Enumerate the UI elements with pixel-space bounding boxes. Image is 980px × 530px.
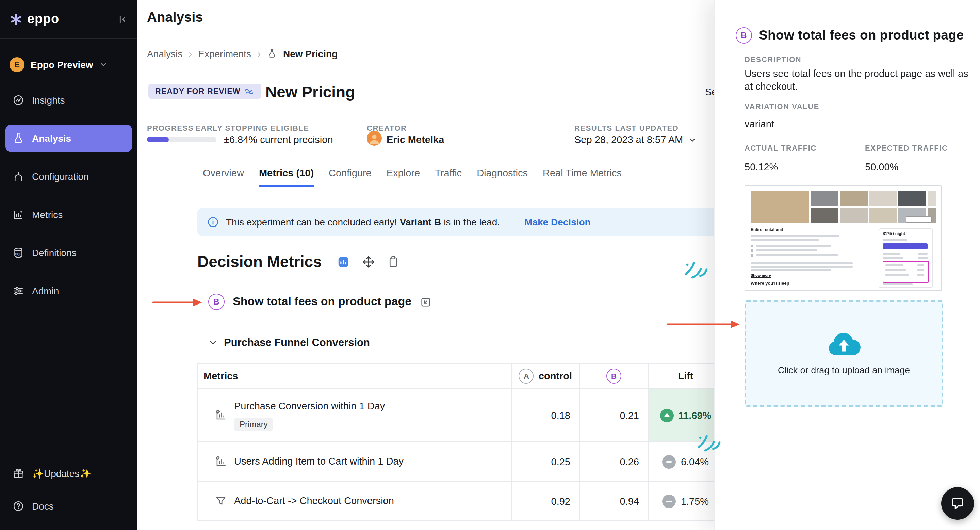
sidebar-item-metrics[interactable]: Metrics — [5, 201, 132, 228]
sidebar-nav: Insights Analysis Configuration Metrics … — [0, 80, 137, 305]
metric-name: Users Adding Item to Cart within 1 Day — [234, 455, 404, 468]
metric-chart-icon — [215, 409, 227, 422]
sidebar-item-label: Docs — [32, 501, 54, 512]
funnel-section-header[interactable]: Purchase Funnel Conversion — [208, 337, 370, 349]
lift-cell: 1.75% — [648, 482, 723, 520]
lift-up-icon — [660, 409, 674, 422]
variation-screenshot[interactable]: Entire rental unit Show more Where you'l… — [745, 185, 942, 291]
sidebar-item-admin[interactable]: Admin — [5, 277, 132, 305]
sidebar-item-insights[interactable]: Insights — [5, 86, 132, 114]
thumb-bar — [885, 274, 908, 276]
results-updated-value: Sep 28, 2023 at 8:57 AM — [574, 133, 683, 147]
thumb-bar — [918, 253, 928, 254]
variant-detail-panel: B Show total fees on product page DESCRI… — [714, 0, 980, 530]
description-label: DESCRIPTION — [745, 55, 801, 64]
breadcrumb: Analysis › Experiments › New Pricing — [147, 48, 337, 59]
variant-value: 0.26 — [579, 442, 648, 481]
tab-metrics[interactable]: Metrics (10) — [259, 168, 314, 187]
breadcrumb-analysis[interactable]: Analysis — [147, 48, 182, 59]
sidebar-item-docs[interactable]: Docs — [5, 493, 132, 520]
thumb-bar — [751, 266, 853, 268]
creator-avatar — [367, 131, 382, 146]
clipboard-icon[interactable] — [387, 255, 399, 268]
progress-label: PROGRESS — [147, 124, 194, 133]
decision-metrics-toolbar — [337, 255, 399, 268]
thumb-photo — [928, 192, 936, 206]
eppo-logo-icon — [10, 13, 22, 26]
chevron-down-icon — [688, 135, 697, 144]
chart-view-icon[interactable] — [337, 255, 350, 268]
control-value: 0.18 — [511, 389, 579, 441]
workspace-name: Eppo Preview — [30, 59, 93, 70]
results-updated-control[interactable]: Sep 28, 2023 at 8:57 AM — [574, 133, 697, 147]
thumb-bar — [756, 249, 817, 251]
svg-text:SQL: SQL — [15, 252, 22, 256]
tab-diagnostics[interactable]: Diagnostics — [477, 168, 528, 187]
sidebar-item-label: Configuration — [32, 171, 89, 182]
thumb-bar — [756, 254, 838, 256]
lift-flat-icon — [662, 494, 676, 508]
tab-configure[interactable]: Configure — [329, 168, 372, 187]
lift-value: 6.04% — [681, 456, 709, 467]
sidebar-item-analysis[interactable]: Analysis — [5, 125, 132, 152]
breadcrumb-separator: › — [189, 48, 192, 59]
thumb-bar — [751, 239, 819, 241]
breadcrumb-experiments[interactable]: Experiments — [198, 48, 251, 59]
thumb-bar — [751, 269, 831, 271]
info-icon — [207, 216, 219, 228]
panel-title: Show total fees on product page — [759, 26, 980, 44]
logo-row: eppo — [0, 0, 137, 38]
flask-icon — [12, 132, 24, 144]
thumb-bar — [885, 264, 903, 266]
sidebar-item-updates[interactable]: ✨Updates✨ — [5, 460, 132, 487]
status-badge-label: READY FOR REVIEW — [155, 87, 240, 95]
thumb-bar — [751, 235, 839, 237]
tab-realtime[interactable]: Real Time Metrics — [543, 168, 622, 187]
variant-value: 0.21 — [579, 389, 648, 441]
breadcrumb-current: New Pricing — [283, 48, 337, 59]
thumb-price: $175 / night — [883, 231, 905, 236]
actual-traffic-label: ACTUAL TRAFFIC — [745, 144, 817, 153]
control-label: control — [539, 370, 572, 382]
variant-b-badge: B — [208, 294, 224, 310]
collapse-sidebar-icon[interactable] — [116, 13, 128, 25]
thumb-photo — [869, 192, 897, 206]
expected-traffic-value: 50.00% — [865, 160, 898, 174]
tab-overview[interactable]: Overview — [203, 168, 244, 187]
creator-name: Eric Metelka — [387, 133, 444, 147]
banner-suffix: is in the lead. — [444, 217, 500, 228]
chat-launcher-button[interactable] — [941, 487, 974, 520]
decision-metrics-title: Decision Metrics — [197, 251, 322, 272]
workspace-switcher[interactable]: E Eppo Preview — [4, 50, 134, 80]
thumb-amenity-icon — [751, 244, 753, 247]
sidebar-item-configuration[interactable]: Configuration — [5, 163, 132, 190]
thumb-reserve-button — [883, 243, 928, 249]
variant-b-badge: B — [736, 27, 752, 44]
results-updated-label: RESULTS LAST UPDATED — [574, 124, 679, 133]
chat-icon — [950, 496, 965, 511]
description-text: Users see total fees on the product page… — [745, 67, 969, 93]
thumb-bar — [883, 239, 907, 241]
tab-traffic[interactable]: Traffic — [435, 168, 462, 187]
precision-value: ±6.84% current precision — [224, 133, 333, 147]
chevron-down-icon — [99, 61, 108, 69]
sidebar-item-definitions[interactable]: SQL Definitions — [5, 239, 132, 267]
panel-header: B Show total fees on product page — [736, 26, 980, 44]
eppo-logo: eppo — [10, 11, 59, 27]
make-decision-link[interactable]: Make Decision — [524, 217, 591, 228]
banner-highlight: Variant B — [400, 217, 441, 228]
app: eppo E Eppo Preview Insights Analysis — [0, 0, 980, 530]
image-upload-dropzone[interactable]: Click or drag to upload an image — [745, 300, 943, 407]
wave-icon — [245, 88, 255, 94]
insights-icon — [12, 94, 24, 106]
gift-icon — [12, 467, 24, 480]
thumb-photo — [840, 208, 868, 223]
open-variant-panel-icon[interactable] — [420, 296, 431, 308]
move-icon[interactable] — [362, 255, 375, 268]
tab-explore[interactable]: Explore — [387, 168, 420, 187]
metric-name-cell: Users Adding Item to Cart within 1 Day — [198, 442, 511, 481]
thumb-bar — [883, 283, 913, 285]
thumb-bar — [917, 274, 924, 276]
thumb-bar — [885, 269, 906, 271]
sidebar-item-label: ✨Updates✨ — [32, 468, 91, 479]
